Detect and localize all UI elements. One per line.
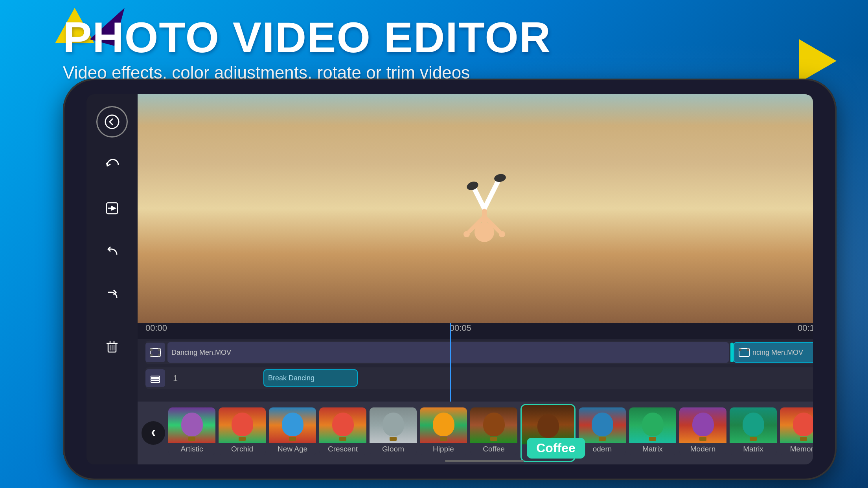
filter-scrollbar [445, 460, 524, 462]
filter-label-0: Artistic [168, 443, 215, 455]
phone-screen: 00:00 00:05 00:10 [86, 94, 813, 464]
filter-item-memory[interactable]: Memory [780, 407, 813, 459]
filter-label-10: Modern [679, 443, 726, 455]
balloon-basket-0 [188, 437, 195, 441]
filter-thumb-8 [579, 407, 626, 443]
balloon-shape-1 [232, 413, 253, 436]
sky-overlay [138, 94, 813, 126]
reply-icon [104, 244, 120, 259]
trash-icon [104, 338, 120, 354]
undo-icon [104, 157, 120, 173]
timeline-ruler: 00:00 00:05 00:10 [138, 323, 813, 339]
balloon-shape-8 [592, 413, 613, 436]
video-track: Dancing Men.MOV ncing Men.MOV [145, 341, 813, 364]
filter-label-12: Memory [780, 443, 813, 455]
clip-2[interactable]: ncing Men.MOV [734, 342, 813, 363]
film-icon [149, 347, 161, 358]
filter-item-orchid[interactable]: Orchid [219, 407, 266, 459]
clip-1-label: Dancing Men.MOV [171, 349, 231, 357]
filter-item-crescent[interactable]: Crescent [319, 407, 366, 459]
balloon-basket-4 [390, 437, 397, 441]
clip-bracket-left [730, 343, 734, 362]
balloon-basket-8 [599, 437, 606, 441]
filter-label-4: Gloom [370, 443, 417, 455]
svg-rect-23 [150, 354, 153, 356]
layers-icon [150, 373, 161, 384]
filter-item-gloom[interactable]: Gloom [370, 407, 417, 459]
time-marker-0: 00:00 [145, 323, 167, 333]
phone-container: 00:00 00:05 00:10 [63, 79, 837, 480]
filter-thumb-2 [269, 407, 316, 443]
phone-body: 00:00 00:05 00:10 [63, 79, 837, 480]
balloon-shape-4 [383, 413, 404, 436]
triangle-yellow-right-icon [799, 39, 837, 83]
filter-label-9: Matrix [629, 443, 676, 455]
import-button[interactable] [96, 193, 128, 224]
filter-strip: ‹ ArtisticOrchidNew AgeCrescentGloomHipp… [138, 402, 813, 464]
filter-label-2: New Age [269, 443, 316, 455]
balloon-basket-11 [750, 437, 757, 441]
balloon-basket-10 [699, 437, 706, 441]
balloon-shape-6 [483, 413, 505, 436]
clip-1[interactable]: Dancing Men.MOV [167, 342, 729, 363]
filter-label-6: Coffee [470, 443, 517, 455]
balloon-basket-5 [440, 437, 447, 441]
break-dancing-clip[interactable]: Break Dancing [263, 369, 358, 387]
clip-2-label: ncing Men.MOV [752, 349, 803, 357]
filter-nav-prev-button[interactable]: ‹ [142, 421, 165, 445]
filter-thumb-4 [370, 407, 417, 443]
balloon-shape-3 [332, 413, 354, 436]
filter-thumb-12 [780, 407, 813, 443]
balloon-shape-9 [642, 413, 664, 436]
filter-thumb-0 [168, 407, 215, 443]
filter-item-newage[interactable]: New Age [269, 407, 316, 459]
filter-thumb-6 [470, 407, 517, 443]
dancer-figure [406, 154, 563, 264]
video-preview [138, 94, 813, 323]
redo-button[interactable] [96, 279, 128, 310]
balloon-basket-6 [490, 437, 497, 441]
svg-line-14 [474, 189, 484, 209]
balloon-shape-12 [793, 413, 813, 436]
coffee-tooltip: Coffee [527, 438, 585, 459]
filter-label-5: Hippie [420, 443, 467, 455]
filter-thumb-11 [730, 407, 777, 443]
filter-item-matrix[interactable]: Matrix [730, 407, 777, 459]
filter-thumb-1 [219, 407, 266, 443]
filter-item-matrix[interactable]: Matrix [629, 407, 676, 459]
main-content: 00:00 00:05 00:10 [138, 94, 813, 464]
svg-rect-21 [150, 349, 153, 351]
filter-item-hippie[interactable]: Hippie [420, 407, 467, 459]
timeline-area: 00:00 00:05 00:10 [138, 323, 813, 402]
filter-item-odern[interactable]: odern [579, 407, 626, 459]
svg-point-0 [105, 115, 119, 128]
filter-item-coffee[interactable]: Coffee [470, 407, 517, 459]
track-icon [145, 343, 165, 362]
balloon-shape-10 [692, 413, 714, 436]
filter-thumb-10 [679, 407, 726, 443]
balloon-shape-5 [433, 413, 454, 436]
app-title: PHOTO VIDEO EDITOR [63, 16, 551, 59]
filter-item-artistic[interactable]: Artistic [168, 407, 215, 459]
delete-button[interactable] [96, 330, 128, 361]
header: PHOTO VIDEO EDITOR Video effects, color … [63, 16, 551, 83]
filter-item-modern[interactable]: Modern [679, 407, 726, 459]
balloon-basket-9 [649, 437, 656, 441]
balloon-shape-7 [537, 414, 559, 438]
filter-thumb-3 [319, 407, 366, 443]
redo-icon [104, 287, 120, 303]
balloon-shape-11 [743, 413, 764, 436]
filter-label-1: Orchid [219, 443, 266, 455]
balloon-basket-3 [339, 437, 346, 441]
filter-thumb-5 [420, 407, 467, 443]
tracks-container: Dancing Men.MOV ncing Men.MOV [138, 339, 813, 394]
balloon-shape-2 [282, 413, 303, 436]
layers-count: 1 [173, 373, 178, 383]
back-circle-button[interactable] [96, 106, 128, 138]
svg-rect-28 [151, 376, 160, 378]
filter-label-11: Matrix [730, 443, 777, 455]
reply-button[interactable] [96, 236, 128, 267]
balloon-basket-12 [800, 437, 807, 441]
undo-button[interactable] [96, 149, 128, 181]
balloon-basket-1 [239, 437, 246, 441]
